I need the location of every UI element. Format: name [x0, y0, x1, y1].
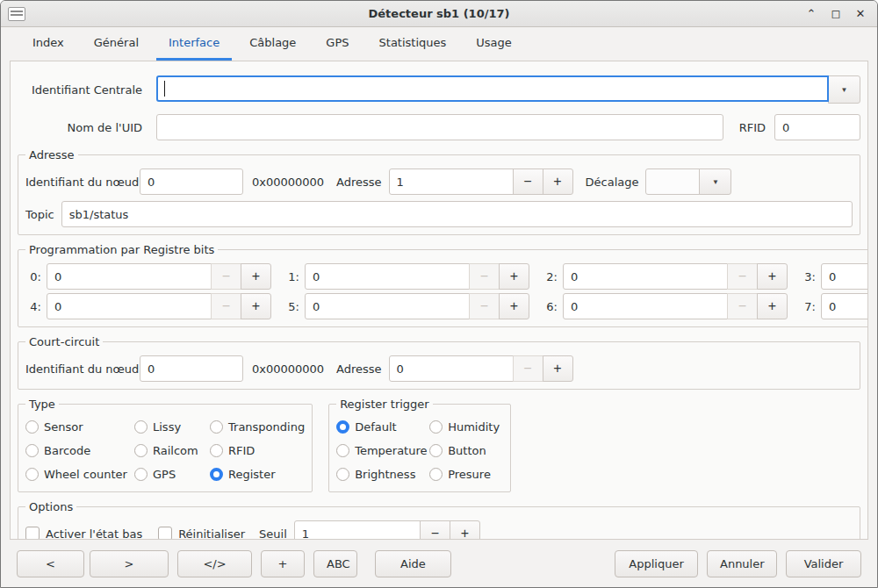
bit-7-input[interactable] — [821, 293, 868, 319]
cancel-button[interactable]: Annuler — [707, 550, 777, 577]
radio-label: Default — [355, 420, 397, 434]
plus-icon: + — [510, 269, 518, 284]
radio-temperature[interactable]: Temperature — [336, 440, 429, 461]
radio-sensor[interactable]: Sensor — [25, 416, 134, 437]
bit-4-plus-button[interactable]: + — [241, 293, 271, 319]
tabbar: Index Général Interface Câblage GPS Stat… — [1, 27, 877, 61]
type-radio-grid: Sensor Lissy Transponding Barcode Railco… — [25, 416, 305, 484]
tab-interface[interactable]: Interface — [156, 27, 232, 61]
registre-bits-legend: Programmation par Registre bits — [25, 243, 218, 256]
radio-gps[interactable]: GPS — [134, 463, 210, 484]
options-group: Options Activer l'état bas Réinitialiser… — [18, 500, 860, 540]
bit-6-minus-button[interactable]: − — [727, 293, 758, 319]
node-hex-label: 0x00000000 — [252, 176, 327, 189]
bit-2-label: 2: — [542, 270, 558, 283]
checkbox-activer-etat-bas[interactable]: Activer l'état bas — [25, 527, 142, 540]
cc-adresse-input[interactable] — [389, 355, 514, 382]
minus-icon: − — [222, 298, 230, 314]
next-button[interactable]: > — [90, 550, 169, 577]
radio-label: Transponding — [228, 420, 305, 434]
radio-barcode[interactable]: Barcode — [25, 440, 134, 461]
radio-button[interactable]: Button — [429, 440, 503, 461]
radio-icon — [429, 420, 443, 434]
rfid-input[interactable] — [774, 114, 860, 140]
bit-1-minus-button[interactable]: − — [469, 263, 500, 290]
bit-2-minus-button[interactable]: − — [727, 263, 758, 290]
bit-0-plus-button[interactable]: + — [241, 263, 271, 290]
bit-4-minus-button[interactable]: − — [211, 293, 241, 319]
bit-0-minus-button[interactable]: − — [211, 263, 241, 290]
tab-statistiques[interactable]: Statistiques — [367, 27, 459, 61]
bit-4-input[interactable] — [47, 293, 212, 319]
bit-5-plus-button[interactable]: + — [499, 293, 529, 319]
minus-icon: − — [431, 526, 439, 540]
previous-button[interactable]: < — [17, 550, 84, 577]
radio-railcom[interactable]: Railcom — [134, 440, 210, 461]
tab-usage[interactable]: Usage — [464, 27, 524, 61]
xml-code-button[interactable]: </> — [177, 550, 252, 577]
bit-4-label: 4: — [25, 300, 41, 313]
radio-presure[interactable]: Presure — [429, 463, 503, 484]
tab-general[interactable]: Général — [82, 27, 151, 61]
seuil-input[interactable] — [294, 520, 421, 540]
tab-index[interactable]: Index — [20, 27, 76, 61]
bit-5-input[interactable] — [305, 293, 470, 319]
minimize-button[interactable]: ⌃ — [802, 5, 821, 23]
tab-gps[interactable]: GPS — [313, 27, 361, 61]
bit-6-plus-button[interactable]: + — [757, 293, 788, 319]
adresse-plus-button[interactable]: + — [543, 169, 573, 195]
radio-icon — [336, 468, 349, 481]
cc-minus-button[interactable]: − — [513, 355, 543, 382]
apply-button[interactable]: Appliquer — [615, 550, 698, 577]
add-button[interactable]: + — [261, 550, 305, 577]
cc-node-id-input[interactable] — [140, 355, 243, 382]
radio-label: Barcode — [44, 444, 90, 457]
abc-button[interactable]: ABC — [313, 550, 357, 577]
bit-1-plus-button[interactable]: + — [499, 263, 529, 290]
content-panel: Identifiant Centrale ▼ Nom de l'UID RFID… — [10, 61, 868, 540]
decalage-input[interactable] — [645, 169, 700, 195]
radio-rfid[interactable]: RFID — [210, 440, 305, 461]
seuil-plus-button[interactable]: + — [450, 520, 480, 540]
radio-transponding[interactable]: Transponding — [210, 416, 305, 437]
court-circuit-legend: Court-circuit — [25, 335, 103, 348]
bit-3-input[interactable] — [821, 263, 868, 290]
bit-1-input[interactable] — [305, 263, 470, 290]
adresse-input[interactable] — [389, 169, 514, 195]
decalage-dropdown-button[interactable]: ▼ — [699, 169, 731, 195]
bit-2-input[interactable] — [563, 263, 728, 290]
seuil-minus-button[interactable]: − — [420, 520, 450, 540]
bit-6-input[interactable] — [563, 293, 728, 319]
radio-icon — [210, 444, 223, 457]
close-button[interactable]: ✕ — [851, 5, 870, 23]
adresse-minus-button[interactable]: − — [513, 169, 543, 195]
radio-brightness[interactable]: Brightness — [336, 463, 429, 484]
nom-uid-input[interactable] — [156, 114, 723, 140]
node-id-input[interactable] — [140, 169, 243, 195]
checkbox-reinitialiser[interactable]: Réinitialiser — [158, 527, 245, 540]
bit-0-input[interactable] — [47, 263, 212, 290]
bit-5-minus-button[interactable]: − — [469, 293, 500, 319]
radio-default[interactable]: Default — [336, 416, 429, 437]
ok-button[interactable]: Valider — [786, 550, 861, 577]
radio-register[interactable]: Register — [210, 463, 305, 484]
identifiant-centrale-input[interactable] — [156, 75, 829, 102]
radio-humidity[interactable]: Humidity — [429, 416, 503, 437]
plus-icon: + — [461, 526, 469, 540]
radio-label: GPS — [153, 468, 176, 481]
topic-input[interactable] — [61, 201, 853, 227]
titlebar[interactable]: Détecteur sb1 (10/17) ⌃ ◻ ✕ — [1, 1, 877, 27]
maximize-button[interactable]: ◻ — [826, 5, 846, 23]
bit-0-spinner: 0: −+ — [25, 263, 271, 290]
radio-label: Humidity — [448, 420, 500, 434]
radio-wheel-counter[interactable]: Wheel counter — [25, 463, 134, 484]
identifiant-centrale-dropdown-button[interactable]: ▼ — [828, 75, 860, 104]
radio-lissy[interactable]: Lissy — [134, 416, 210, 437]
cc-plus-button[interactable]: + — [543, 355, 573, 382]
tab-cablage[interactable]: Câblage — [237, 27, 308, 61]
bit-2-plus-button[interactable]: + — [757, 263, 788, 290]
text-caret — [164, 81, 165, 97]
radio-icon — [134, 468, 148, 481]
register-trigger-legend: Register trigger — [336, 398, 433, 411]
help-button[interactable]: Aide — [375, 550, 451, 577]
